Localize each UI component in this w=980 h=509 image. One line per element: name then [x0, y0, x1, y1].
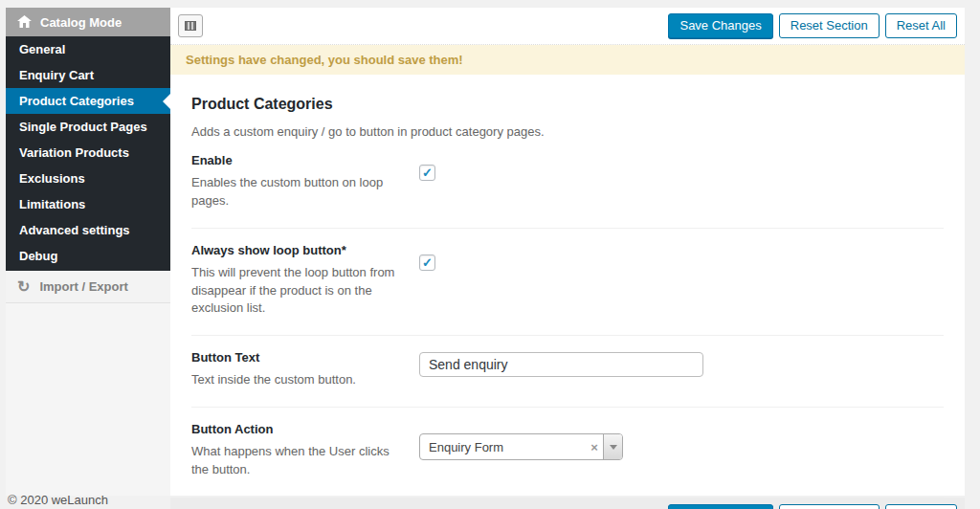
reset-all-button[interactable]: Reset All — [885, 13, 957, 38]
field-row-button-text: Button Text Text inside the custom butto… — [191, 336, 944, 408]
bottom-toolbar: Save Changes Reset Section Reset All — [170, 498, 965, 509]
sidebar-item-advanced-settings[interactable]: Advanced settings — [6, 217, 170, 243]
sidebar-item-single-product-pages[interactable]: Single Product Pages — [6, 114, 170, 140]
field-label: Always show loop button* — [191, 243, 402, 257]
reset-section-button[interactable]: Reset Section — [779, 13, 880, 38]
sidebar: Catalog Mode General Enquiry Cart Produc… — [6, 8, 170, 496]
dropdown-toggle[interactable] — [603, 434, 622, 459]
field-label: Button Text — [191, 350, 402, 365]
home-icon — [17, 15, 32, 29]
sidebar-item-general[interactable]: General — [6, 36, 170, 62]
sidebar-spacer — [6, 303, 170, 496]
top-button-group: Save Changes Reset Section Reset All — [668, 13, 957, 38]
grid-icon — [185, 21, 196, 31]
always-show-loop-button-checkbox[interactable]: ✓ — [419, 254, 435, 271]
sidebar-item-exclusions[interactable]: Exclusions — [6, 166, 170, 191]
sidebar-item-import-export[interactable]: ↻ Import / Export — [6, 271, 170, 303]
field-row-enable: Enable Enables the custom button on loop… — [191, 139, 944, 229]
save-changes-button[interactable]: Save Changes — [668, 13, 772, 38]
chevron-down-icon — [610, 445, 617, 450]
field-row-button-action: Button Action What happens when the User… — [191, 408, 944, 498]
button-text-input[interactable] — [419, 352, 703, 377]
sidebar-item-enquiry-cart[interactable]: Enquiry Cart — [6, 62, 170, 88]
field-label: Enable — [191, 153, 402, 167]
import-export-label: Import / Export — [39, 279, 127, 294]
toggle-view-button[interactable] — [178, 14, 203, 37]
enable-checkbox[interactable]: ✓ — [419, 165, 435, 181]
bottom-button-group: Save Changes Reset Section Reset All — [668, 504, 957, 509]
page-title: Product Categories — [191, 96, 944, 113]
settings-panel: Save Changes Reset Section Reset All Set… — [170, 8, 965, 496]
sidebar-header[interactable]: Catalog Mode — [6, 8, 170, 36]
checkmark-icon: ✓ — [422, 166, 433, 180]
button-action-select[interactable]: Enquiry Form × — [419, 433, 623, 460]
sync-icon: ↻ — [17, 280, 30, 294]
field-row-always-show-loop-button: Always show loop button* This will preve… — [191, 229, 944, 337]
unsaved-changes-notice: Settings have changed, you should save t… — [170, 45, 965, 75]
field-description: Text inside the custom button. — [191, 371, 402, 389]
sidebar-item-variation-products[interactable]: Variation Products — [6, 140, 170, 166]
reset-section-button-bottom[interactable]: Reset Section — [779, 504, 880, 509]
save-changes-button-bottom[interactable]: Save Changes — [668, 504, 772, 509]
field-description: Enables the custom button on loop pages. — [191, 174, 402, 210]
app-layout: Catalog Mode General Enquiry Cart Produc… — [6, 8, 965, 496]
field-description: This will prevent the loop button from d… — [191, 264, 402, 319]
sidebar-title: Catalog Mode — [40, 15, 122, 30]
checkmark-icon: ✓ — [422, 255, 433, 270]
field-description: What happens when the User clicks the bu… — [191, 443, 402, 479]
copyright-text: © 2020 weLaunch — [8, 493, 108, 507]
sidebar-item-product-categories[interactable]: Product Categories — [6, 88, 170, 114]
reset-all-button-bottom[interactable]: Reset All — [885, 504, 957, 509]
field-label: Button Action — [191, 422, 402, 436]
page-description: Adds a custom enquiry / go to button in … — [191, 124, 944, 139]
settings-content: Product Categories Adds a custom enquiry… — [170, 75, 965, 498]
selected-option-label: Enquiry Form — [420, 434, 586, 459]
top-toolbar: Save Changes Reset Section Reset All — [170, 8, 965, 45]
clear-selection-icon[interactable]: × — [586, 434, 603, 459]
sidebar-menu: General Enquiry Cart Product Categories … — [6, 36, 170, 271]
sidebar-item-limitations[interactable]: Limitations — [6, 191, 170, 217]
sidebar-item-debug[interactable]: Debug — [6, 243, 170, 269]
